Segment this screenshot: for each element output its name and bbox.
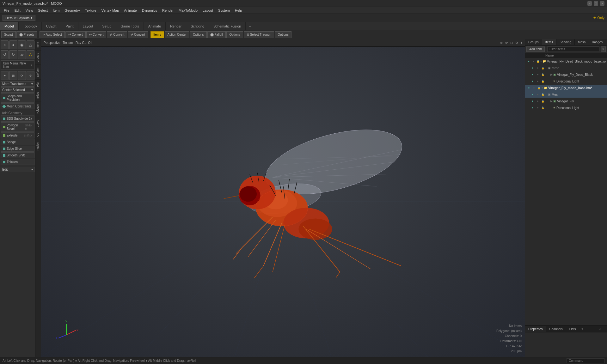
close-button[interactable]: × bbox=[600, 1, 604, 6]
mesh-constraints-button[interactable]: Mesh Constraints bbox=[1, 103, 34, 109]
item-row-light1[interactable]: ● ● 🔒 ☀ Directional Light bbox=[525, 78, 607, 85]
item-lock-light1[interactable]: 🔒 bbox=[540, 79, 545, 84]
item-row-light2[interactable]: ● ● 🔒 ☀ Directional Light bbox=[525, 105, 607, 111]
sidebar-vtab-deform[interactable]: Deform bbox=[35, 65, 41, 80]
add-item-button[interactable]: Add Item bbox=[526, 46, 545, 52]
more-transforms-dropdown[interactable]: More Transforms ▾ bbox=[1, 81, 34, 87]
convert-button-3[interactable]: ⇄ Convert bbox=[107, 31, 127, 38]
tool-triangle[interactable]: △ bbox=[27, 40, 34, 49]
item-eye-file2[interactable]: ● bbox=[526, 85, 531, 90]
viewport[interactable]: Perspective Texture Ray GL: Off ⊕ ⟳ ⊡ ⚙ … bbox=[41, 39, 525, 357]
menu-view[interactable]: View bbox=[23, 8, 36, 13]
options-button-3[interactable]: Options bbox=[275, 31, 291, 38]
menu-system[interactable]: System bbox=[216, 8, 232, 13]
item-eye2-fly-main[interactable]: ● bbox=[535, 99, 540, 104]
menu-file[interactable]: File bbox=[1, 8, 12, 13]
tab-model[interactable]: Model bbox=[0, 22, 19, 30]
viewport-icon-3[interactable]: ⊡ bbox=[510, 41, 513, 45]
tool-move[interactable]: ✦ bbox=[1, 71, 9, 80]
item-lock-fly-main[interactable]: 🔒 bbox=[540, 99, 545, 104]
tab-scripting[interactable]: Scripting bbox=[186, 22, 209, 30]
tool-circle[interactable]: ○ bbox=[1, 40, 9, 49]
viewport-icon-1[interactable]: ⊕ bbox=[500, 41, 503, 45]
item-eye2-light1[interactable]: ● bbox=[535, 79, 540, 84]
items-button[interactable]: Items bbox=[150, 31, 164, 38]
tab-schematic-fusion[interactable]: Schematic Fusion bbox=[209, 22, 246, 30]
viewport-icon-4[interactable]: ⚙ bbox=[515, 41, 518, 45]
rpanel-tab-images[interactable]: Images bbox=[589, 39, 606, 45]
item-lock-light2[interactable]: 🔒 bbox=[540, 105, 545, 110]
bp-tab-channels[interactable]: Channels bbox=[546, 326, 566, 332]
menu-help[interactable]: Help bbox=[232, 8, 245, 13]
menu-select[interactable]: Select bbox=[35, 8, 50, 13]
bridge-button[interactable]: Bridge bbox=[1, 139, 34, 145]
item-row-file1[interactable]: ● ● 🔒 ▾ 📁 Vinegar_Fly_Dead_Black_modo_ba… bbox=[525, 58, 607, 65]
bp-add-tab-button[interactable]: + bbox=[579, 326, 585, 332]
item-lock-fly-dead[interactable]: 🔒 bbox=[540, 72, 545, 77]
filter-items-input[interactable] bbox=[547, 46, 599, 52]
convert-button-4[interactable]: ⇄ Convert bbox=[128, 31, 148, 38]
add-tab-button[interactable]: + bbox=[246, 23, 254, 29]
sidebar-vtab-rig[interactable]: Rig bbox=[35, 80, 41, 89]
menu-animate[interactable]: Animate bbox=[121, 8, 139, 13]
command-input[interactable] bbox=[567, 358, 604, 363]
falloff-button[interactable]: ⬤ Falloff bbox=[207, 31, 226, 38]
tool-move2[interactable]: ⊹ bbox=[27, 71, 34, 80]
sds-subdivide-button[interactable]: SDS Subdivide 2x bbox=[1, 116, 34, 122]
item-eye-light1[interactable]: ● bbox=[530, 79, 535, 84]
tab-game-tools[interactable]: Game Tools bbox=[116, 22, 144, 30]
menu-layout[interactable]: Layout bbox=[200, 8, 216, 13]
item-row-mesh2[interactable]: ● ● 🔒 ▣ Mesh bbox=[525, 91, 607, 98]
sidebar-vtab-uv[interactable]: UV bbox=[35, 130, 41, 139]
auto-select-button[interactable]: ↗ Auto Select bbox=[40, 31, 64, 38]
bp-expand-icon[interactable]: ⤢ bbox=[599, 327, 602, 331]
tab-layout[interactable]: Layout bbox=[78, 22, 98, 30]
tool-rect[interactable]: ▱ bbox=[18, 50, 26, 59]
item-row-file2[interactable]: ● ● 🔒 ▾ 📁 Vinegar_Fly_modo_base.lxo* bbox=[525, 85, 607, 91]
sidebar-vtab-groups[interactable]: Groups bbox=[35, 50, 41, 65]
smooth-shift-button[interactable]: Smooth Shift bbox=[1, 152, 34, 158]
item-eye2-file2[interactable]: ● bbox=[531, 85, 536, 90]
tool-circle3[interactable]: ◉ bbox=[18, 40, 26, 49]
sidebar-vtab-item[interactable]: Item bbox=[35, 39, 41, 50]
center-selected-dropdown[interactable]: Center Selected ▾ bbox=[1, 87, 34, 93]
tool-rotate2[interactable]: ↻ bbox=[9, 50, 17, 59]
tab-render[interactable]: Render bbox=[166, 22, 186, 30]
rpanel-tab-items[interactable]: Items bbox=[542, 39, 556, 45]
viewport-raygl[interactable]: Ray GL: Off bbox=[76, 41, 92, 45]
menu-dynamics[interactable]: Dynamics bbox=[139, 8, 160, 13]
viewport-icon-2[interactable]: ⟳ bbox=[505, 41, 508, 45]
item-menu-button[interactable]: Item Menu: New Item ▾ bbox=[1, 60, 34, 70]
filter-clear-button[interactable]: × bbox=[601, 46, 606, 52]
tool-text[interactable]: A bbox=[27, 50, 34, 59]
item-lock-mesh2[interactable]: 🔒 bbox=[540, 92, 545, 97]
only-button[interactable]: ★ Only bbox=[593, 16, 604, 20]
tool-circle2[interactable]: ● bbox=[9, 40, 17, 49]
edge-slice-button[interactable]: Edge Slice bbox=[1, 146, 34, 152]
thicken-button[interactable]: Thicken bbox=[1, 159, 34, 165]
item-row-fly-main[interactable]: ● ● 🔒 ▶ ▣ Vinegar_Fly bbox=[525, 98, 607, 105]
menu-geometry[interactable]: Geometry bbox=[62, 8, 82, 13]
item-lock-file2[interactable]: 🔒 bbox=[536, 85, 542, 90]
edit-dropdown[interactable]: Edit ▾ bbox=[1, 167, 34, 172]
rpanel-tab-shading[interactable]: Shading bbox=[556, 39, 575, 45]
rpanel-tab-mesh[interactable]: Mesh bbox=[575, 39, 589, 45]
item-eye-fly-dead[interactable]: ● bbox=[530, 72, 535, 77]
viewport-icon-5[interactable]: ▾ bbox=[521, 41, 522, 45]
item-eye-light2[interactable]: ● bbox=[530, 105, 535, 110]
sidebar-vtab-edge[interactable]: Edge bbox=[35, 89, 41, 101]
tool-grid[interactable]: ⊞ bbox=[9, 71, 17, 80]
item-lock-mesh1[interactable]: 🔒 bbox=[540, 65, 545, 70]
viewport-perspective[interactable]: Perspective bbox=[44, 41, 60, 45]
sidebar-vtab-curve[interactable]: Curve bbox=[35, 117, 41, 130]
options-button-1[interactable]: Options bbox=[190, 31, 206, 38]
item-eye2-file1[interactable]: ● bbox=[531, 59, 536, 64]
item-row-mesh1[interactable]: ● ● 🔒 ▣ Mesh bbox=[525, 65, 607, 71]
convert-button-2[interactable]: ⇄ Convert bbox=[86, 31, 107, 38]
sculpt-button[interactable]: Sculpt bbox=[1, 31, 16, 38]
item-eye-mesh2[interactable]: ● bbox=[530, 92, 535, 97]
bp-tab-lists[interactable]: Lists bbox=[566, 326, 579, 332]
presets-button[interactable]: ⬤ Presets bbox=[16, 31, 37, 38]
minimize-button[interactable]: − bbox=[587, 1, 592, 6]
convert-button-1[interactable]: ⇄ Convert bbox=[65, 31, 86, 38]
